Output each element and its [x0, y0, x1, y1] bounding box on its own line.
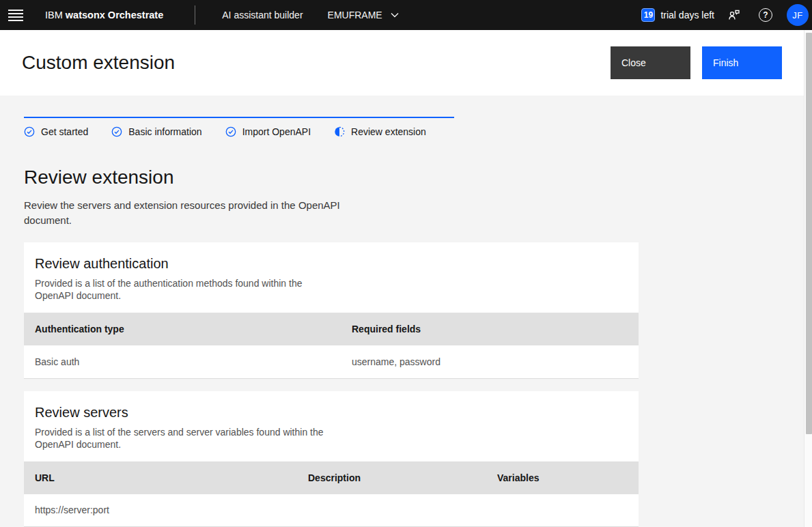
- nav-ai-assistant-builder[interactable]: AI assistant builder: [218, 9, 307, 21]
- table-row: https://server:port: [24, 494, 639, 527]
- close-button[interactable]: Close: [611, 46, 690, 79]
- header-divider: [195, 5, 195, 25]
- cell-required-fields: username, password: [341, 345, 639, 378]
- table-header-row: URL Description Variables: [24, 461, 639, 494]
- auth-card-description: Provided is a list of the authentication…: [35, 277, 330, 302]
- auth-card-title: Review authentication: [35, 255, 628, 272]
- table-header-row: Authentication type Required fields: [24, 313, 639, 345]
- title-bar: Custom extension Close Finish: [0, 30, 812, 96]
- scrollbar-thumb[interactable]: [806, 33, 812, 434]
- authentication-table: Authentication type Required fields Basi…: [24, 313, 639, 379]
- step-label: Basic information: [128, 126, 201, 137]
- trial-days-badge: 19: [641, 8, 655, 22]
- cell-variables: [486, 494, 639, 527]
- progress-line: [24, 117, 454, 118]
- step-get-started[interactable]: Get started: [24, 126, 88, 137]
- card-head: Review servers Provided is a list of the…: [24, 391, 639, 461]
- chevron-down-icon: [391, 12, 399, 18]
- step-review-extension[interactable]: Review extension: [334, 126, 426, 137]
- hamburger-icon: [8, 10, 23, 21]
- column-header-description: Description: [297, 461, 486, 494]
- help-button[interactable]: ?: [754, 3, 777, 27]
- brand: IBM watsonx Orchestrate: [45, 10, 163, 20]
- vertical-scrollbar[interactable]: [804, 30, 812, 527]
- page-title: Custom extension: [22, 52, 175, 74]
- title-actions: Close Finish: [611, 46, 782, 79]
- section-heading: Review extension: [24, 166, 812, 189]
- help-icon: ?: [759, 8, 772, 22]
- progress-steps: Get started Basic information Import Ope…: [24, 126, 812, 137]
- column-header-authentication-type: Authentication type: [24, 313, 341, 345]
- avatar[interactable]: JF: [787, 4, 809, 26]
- cell-description: [297, 494, 486, 527]
- servers-card-title: Review servers: [35, 403, 628, 421]
- servers-card-description: Provided is a list of the servers and se…: [35, 426, 349, 451]
- section-description: Review the servers and extension resourc…: [24, 198, 369, 228]
- column-header-required-fields: Required fields: [341, 313, 639, 345]
- step-label: Import OpenAPI: [242, 126, 311, 137]
- card-head: Review authentication Provided is a list…: [24, 242, 639, 313]
- review-authentication-card: Review authentication Provided is a list…: [24, 242, 639, 379]
- user-feedback-icon: [727, 8, 742, 23]
- step-complete-icon: [111, 126, 122, 137]
- brand-prefix: IBM: [45, 10, 63, 20]
- step-basic-information[interactable]: Basic information: [111, 126, 201, 137]
- help-glyph: ?: [763, 10, 768, 20]
- step-label: Get started: [41, 126, 88, 137]
- step-complete-icon: [225, 126, 236, 137]
- step-label: Review extension: [351, 126, 426, 137]
- trial-days-label: trial days left: [660, 10, 714, 20]
- cell-authentication-type: Basic auth: [24, 345, 341, 378]
- environment-switcher[interactable]: EMUFRAME: [322, 7, 404, 23]
- servers-table: URL Description Variables https://server…: [24, 461, 639, 527]
- step-incomplete-icon: [334, 126, 345, 137]
- cell-url: https://server:port: [24, 494, 297, 527]
- brand-name: watsonx Orchestrate: [66, 10, 163, 20]
- environment-name: EMUFRAME: [328, 10, 382, 20]
- finish-button[interactable]: Finish: [702, 46, 782, 79]
- header-right: 19 trial days left ? JF: [641, 3, 812, 27]
- step-complete-icon: [24, 126, 35, 137]
- review-servers-card: Review servers Provided is a list of the…: [24, 391, 639, 527]
- column-header-url: URL: [24, 461, 297, 494]
- column-header-variables: Variables: [486, 461, 639, 494]
- menu-button[interactable]: [0, 0, 31, 30]
- table-row: Basic auth username, password: [24, 345, 639, 378]
- app-header: IBM watsonx Orchestrate AI assistant bui…: [0, 0, 812, 30]
- step-import-openapi[interactable]: Import OpenAPI: [225, 126, 311, 137]
- content: Get started Basic information Import Ope…: [0, 96, 812, 527]
- feedback-button[interactable]: [723, 3, 746, 27]
